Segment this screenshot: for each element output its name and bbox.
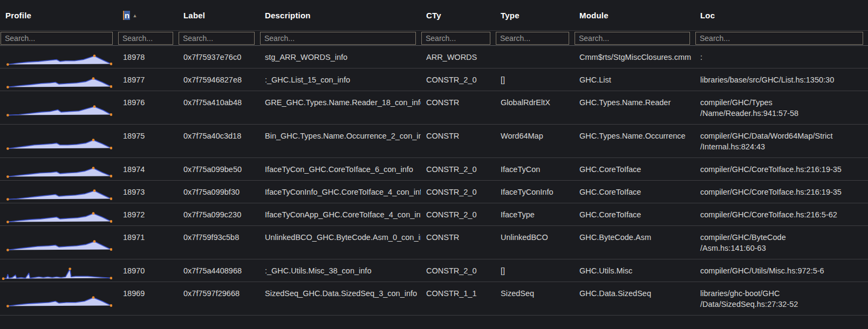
cell-label: 0x7f75a099bf30: [178, 181, 259, 203]
cell-n: 18975: [118, 125, 178, 157]
profile-sparkline: [1, 48, 112, 66]
search-input-n[interactable]: [118, 32, 173, 45]
cell-profile: [0, 68, 118, 91]
search-input-type[interactable]: [496, 32, 569, 45]
cell-loc: libraries/ghc-boot/GHC /Data/SizedSeq.hs…: [695, 282, 868, 315]
cell-n: 18972: [118, 203, 178, 225]
cell-cty: CONSTR_1_1: [421, 282, 495, 315]
cell-n: 18969: [118, 282, 178, 315]
cell-description: IfaceTyConApp_GHC.CoreToIface_4_con_info: [259, 203, 421, 225]
cell-module: GHC.Types.Name.Reader: [574, 91, 695, 124]
cell-loc: compiler/GHC/ByteCode /Asm.hs:141:60-63: [695, 226, 868, 259]
column-header-label-text: Label: [183, 11, 205, 20]
column-header-type[interactable]: Type: [495, 11, 574, 20]
column-header-loc[interactable]: Loc: [695, 11, 868, 20]
cell-type: []: [495, 68, 574, 91]
cell-loc: compiler/GHC/CoreToIface.hs:216:19-35: [695, 158, 868, 180]
table-row[interactable]: 18974 0x7f75a099be50 IfaceTyCon_GHC.Core…: [0, 158, 868, 181]
search-input-loc[interactable]: [695, 32, 863, 45]
cell-profile: [0, 158, 118, 180]
cell-label: 0x7f75a40c3d18: [178, 125, 259, 157]
table-row[interactable]: 18976 0x7f75a410ab48 GRE_GHC.Types.Name.…: [0, 91, 868, 125]
cell-profile: [0, 181, 118, 203]
cell-profile: [0, 46, 118, 68]
column-header-profile[interactable]: Profile: [0, 11, 118, 20]
profile-sparkline: [1, 234, 112, 252]
table-row[interactable]: 18972 0x7f75a099c230 IfaceTyConApp_GHC.C…: [0, 203, 868, 226]
cell-n: 18977: [118, 68, 178, 91]
profile-sparkline: [1, 205, 112, 224]
profile-sparkline: [1, 71, 112, 89]
cell-profile: [0, 203, 118, 225]
profile-sparkline: [1, 183, 112, 201]
search-input-cty[interactable]: [421, 32, 490, 45]
cell-description: stg_ARR_WORDS_info: [259, 46, 421, 68]
column-header-module[interactable]: Module: [574, 11, 695, 20]
cell-type: IfaceTyConInfo: [495, 181, 574, 203]
cell-type: IfaceType: [495, 203, 574, 225]
search-input-module[interactable]: [575, 32, 690, 45]
table-row[interactable]: 18978 0x7f75937e76c0 stg_ARR_WORDS_info …: [0, 46, 868, 68]
table-row[interactable]: 18969 0x7f7597f29668 SizedSeq_GHC.Data.S…: [0, 282, 868, 316]
cell-loc: compiler/GHC/CoreToIface.hs:216:5-62: [695, 203, 868, 225]
table-row[interactable]: 18977 0x7f75946827e8 :_GHC.List_15_con_i…: [0, 68, 868, 91]
cell-cty: CONSTR_2_0: [421, 68, 495, 91]
table-row[interactable]: 18973 0x7f75a099bf30 IfaceTyConInfo_GHC.…: [0, 181, 868, 203]
cell-module: GHC.CoreToIface: [574, 158, 695, 180]
profile-sparkline: [1, 290, 112, 308]
cell-label: 0x7f75a4408968: [178, 259, 259, 282]
cell-loc: compiler/GHC/Types /Name/Reader.hs:941:5…: [695, 91, 868, 124]
cell-profile: [0, 259, 118, 282]
table-body: 18978 0x7f75937e76c0 stg_ARR_WORDS_info …: [0, 46, 868, 316]
cell-profile: [0, 91, 118, 124]
cell-n: 18971: [118, 226, 178, 259]
cell-type: IfaceTyCon: [495, 158, 574, 180]
cell-n: 18978: [118, 46, 178, 68]
table-row[interactable]: 18970 0x7f75a4408968 :_GHC.Utils.Misc_38…: [0, 259, 868, 282]
cell-cty: ARR_WORDS: [421, 46, 495, 68]
cell-type: Word64Map: [495, 125, 574, 157]
cell-module: GHC.Types.Name.Occurrence: [574, 125, 695, 157]
closure-table: Profile n▲ Label Description CTy Type Mo…: [0, 0, 868, 329]
cell-description: SizedSeq_GHC.Data.SizedSeq_3_con_info: [259, 282, 421, 315]
column-header-label[interactable]: Label: [178, 11, 259, 20]
cell-label: 0x7f759f93c5b8: [178, 226, 259, 259]
column-header-cty[interactable]: CTy: [421, 11, 495, 20]
column-header-label: Description: [265, 11, 311, 20]
cell-description: :_GHC.Utils.Misc_38_con_info: [259, 259, 421, 282]
cell-loc: :: [695, 46, 868, 68]
cell-description: :_GHC.List_15_con_info: [259, 68, 421, 91]
profile-sparkline: [1, 99, 112, 117]
cell-description: UnlinkedBCO_GHC.ByteCode.Asm_0_con_info: [259, 226, 421, 259]
column-header-n[interactable]: n▲: [118, 11, 178, 20]
column-header-description[interactable]: Description: [259, 11, 421, 20]
cell-loc: compiler/GHC/Utils/Misc.hs:972:5-6: [695, 259, 868, 282]
cell-description: IfaceTyCon_GHC.CoreToIface_6_con_info: [259, 158, 421, 180]
cell-type: GlobalRdrEltX: [495, 91, 574, 124]
cell-label: 0x7f75a410ab48: [178, 91, 259, 124]
cell-type: [495, 46, 574, 68]
cell-n: 18976: [118, 91, 178, 124]
cell-description: GRE_GHC.Types.Name.Reader_18_con_info: [259, 91, 421, 124]
cell-description: Bin_GHC.Types.Name.Occurrence_2_con_info: [259, 125, 421, 157]
cell-cty: CONSTR_2_0: [421, 181, 495, 203]
cell-module: Cmm$rts/StgMiscClosures.cmm: [574, 46, 695, 68]
cell-module: GHC.List: [574, 68, 695, 91]
cell-n: 18973: [118, 181, 178, 203]
column-header-label: Module: [579, 11, 609, 20]
column-header-label: Loc: [700, 11, 715, 20]
cell-n: 18970: [118, 259, 178, 282]
search-input-profile[interactable]: [1, 32, 113, 45]
cell-profile: [0, 226, 118, 259]
table-row[interactable]: 18975 0x7f75a40c3d18 Bin_GHC.Types.Name.…: [0, 125, 868, 158]
cell-cty: CONSTR: [421, 125, 495, 157]
search-input-label[interactable]: [179, 32, 255, 45]
table-row[interactable]: 18971 0x7f759f93c5b8 UnlinkedBCO_GHC.Byt…: [0, 226, 868, 259]
cell-n: 18974: [118, 158, 178, 180]
cell-profile: [0, 282, 118, 315]
cell-cty: CONSTR_2_0: [421, 259, 495, 282]
cell-label: 0x7f75937e76c0: [178, 46, 259, 68]
cell-cty: CONSTR: [421, 226, 495, 259]
search-input-description[interactable]: [260, 32, 416, 45]
column-header-label: Type: [501, 11, 520, 20]
